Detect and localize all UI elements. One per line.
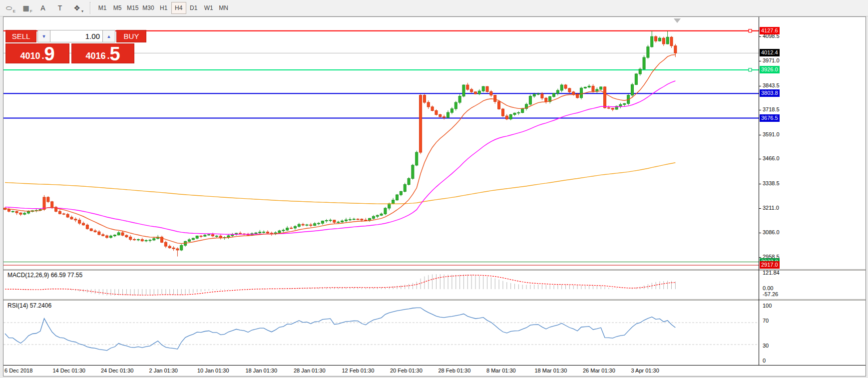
macd-axis-label: 0.00 bbox=[763, 285, 773, 291]
buy-price-display[interactable]: 4016.5 bbox=[71, 43, 134, 63]
sell-button[interactable]: SELL bbox=[5, 30, 36, 42]
timeframe-button-h1[interactable]: H1 bbox=[156, 2, 171, 14]
candlestick bbox=[623, 103, 626, 104]
time-axis[interactable]: 6 Dec 201814 Dec 01:3024 Dec 01:302 Jan … bbox=[3, 365, 866, 376]
time-axis-label: 14 Dec 01:30 bbox=[53, 368, 85, 374]
rsi-label: RSI(14) 57.2406 bbox=[7, 302, 51, 309]
candlestick bbox=[282, 230, 285, 231]
time-axis-label: 26 Mar 01:30 bbox=[583, 368, 615, 374]
candlestick bbox=[662, 38, 665, 44]
candlestick bbox=[78, 220, 81, 223]
candlestick bbox=[580, 88, 582, 97]
candlestick bbox=[420, 95, 422, 152]
candlestick bbox=[231, 235, 234, 236]
toolbar-separator bbox=[90, 2, 91, 14]
candlestick bbox=[349, 220, 351, 220]
candlestick bbox=[670, 37, 673, 45]
candlestick bbox=[588, 86, 590, 87]
candlestick bbox=[412, 165, 414, 179]
candlestick bbox=[482, 86, 484, 91]
volume-increase-button[interactable]: ▲ bbox=[102, 30, 115, 42]
candlestick bbox=[82, 223, 85, 225]
candlestick bbox=[357, 219, 359, 220]
candlestick bbox=[458, 96, 461, 102]
drawing-tools-group: ⬭E▦FAT✥▾ bbox=[0, 1, 85, 14]
candlestick bbox=[266, 232, 269, 233]
candlestick bbox=[454, 102, 457, 109]
time-axis-label: 20 Feb 01:30 bbox=[390, 368, 423, 374]
price-tick-label: 3211.0 bbox=[763, 205, 779, 211]
price-tick-mark bbox=[759, 110, 761, 110]
candlestick bbox=[666, 37, 669, 44]
candlestick bbox=[11, 211, 14, 212]
candlestick bbox=[176, 249, 179, 250]
candlestick bbox=[592, 86, 594, 91]
price-tick-mark bbox=[759, 184, 761, 184]
ellipse-tool-button[interactable]: ⬭E bbox=[1, 1, 17, 14]
candlestick bbox=[263, 232, 265, 233]
candlestick bbox=[298, 224, 300, 226]
timeframe-button-h4[interactable]: H4 bbox=[171, 2, 186, 14]
time-axis-label: 24 Dec 01:30 bbox=[101, 368, 133, 374]
rsi-indicator-chart[interactable] bbox=[3, 301, 759, 365]
candlestick bbox=[168, 246, 171, 248]
one-click-trading-panel: SELL ▼ ▲ BUY 4010.9 4016.5 bbox=[5, 30, 147, 63]
timeframe-button-mn[interactable]: MN bbox=[216, 2, 231, 14]
candlestick bbox=[337, 222, 340, 223]
time-axis-label: 28 Feb 01:30 bbox=[438, 368, 471, 374]
candlestick bbox=[607, 108, 610, 108]
ellipse-tool-icon: ⬭ bbox=[6, 4, 12, 12]
candlestick bbox=[117, 233, 120, 235]
candlestick bbox=[545, 98, 547, 101]
panel-splitter[interactable] bbox=[3, 299, 866, 301]
line-handle[interactable] bbox=[749, 29, 752, 32]
timeframe-button-d1[interactable]: D1 bbox=[186, 2, 201, 14]
line-handle[interactable] bbox=[749, 68, 752, 71]
candlestick bbox=[584, 87, 586, 88]
candlestick bbox=[188, 240, 190, 241]
timeframe-button-m30[interactable]: M30 bbox=[140, 2, 156, 14]
candlestick bbox=[619, 104, 622, 106]
macd-indicator-chart[interactable] bbox=[3, 271, 759, 299]
text-tool-button[interactable]: A bbox=[35, 1, 51, 14]
rsi-axis-label: 0 bbox=[763, 358, 766, 364]
rsi-axis-label: 100 bbox=[763, 303, 772, 309]
volume-input[interactable] bbox=[50, 30, 102, 42]
sell-price-frac: 9 bbox=[44, 45, 54, 62]
candlestick bbox=[212, 235, 214, 236]
candlestick bbox=[23, 213, 26, 214]
candlestick bbox=[560, 85, 563, 90]
price-tick-label: 3466.0 bbox=[763, 155, 780, 161]
candlestick bbox=[15, 211, 18, 213]
volume-decrease-button[interactable]: ▼ bbox=[37, 30, 50, 42]
fibonacci-tool-button[interactable]: ▦F bbox=[18, 1, 34, 14]
time-axis-label: 10 Jan 01:30 bbox=[197, 368, 229, 374]
sell-price-display[interactable]: 4010.9 bbox=[5, 43, 69, 63]
buy-button[interactable]: BUY bbox=[116, 30, 146, 42]
panel-splitter[interactable] bbox=[3, 269, 866, 271]
top-toolbar: ⬭E▦FAT✥▾ M1M5M15M30H1H4D1W1MN bbox=[0, 0, 868, 16]
candlestick bbox=[153, 239, 155, 240]
arrows-tool-button[interactable]: ✥▾ bbox=[69, 1, 85, 14]
price-badge: 4127.6 bbox=[760, 27, 780, 34]
timeframe-button-m5[interactable]: M5 bbox=[110, 2, 125, 14]
candlestick bbox=[47, 197, 49, 202]
chart-window[interactable]: ▲CHINA300-,H4 4008.6 4038.2 3986.2 4012.… bbox=[3, 16, 866, 377]
candlestick bbox=[310, 225, 312, 225]
candlestick bbox=[384, 208, 387, 214]
candlestick bbox=[70, 217, 73, 219]
candlestick bbox=[380, 214, 383, 215]
timeframe-button-m15[interactable]: M15 bbox=[125, 2, 140, 14]
timeframe-button-m1[interactable]: M1 bbox=[95, 2, 110, 14]
candlestick bbox=[396, 195, 399, 200]
candlestick bbox=[286, 228, 289, 230]
timeframe-button-w1[interactable]: W1 bbox=[201, 2, 216, 14]
label-tool-button[interactable]: T bbox=[52, 1, 68, 14]
candlestick bbox=[106, 236, 108, 238]
candlestick bbox=[388, 204, 391, 208]
candlestick bbox=[639, 69, 641, 74]
candlestick bbox=[505, 116, 508, 119]
macd-label: MACD(12,26,9) 66.59 77.55 bbox=[7, 272, 82, 279]
candlestick bbox=[611, 108, 614, 109]
candlestick bbox=[180, 245, 183, 250]
